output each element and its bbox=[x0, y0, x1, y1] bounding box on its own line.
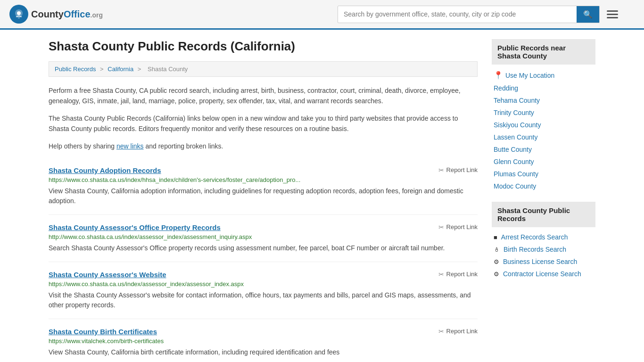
sidebar-item-trinity[interactable]: Trinity County bbox=[492, 107, 595, 119]
breadcrumb-public-records[interactable]: Public Records bbox=[55, 66, 96, 73]
record-item-2: Shasta County Assessor's Website ✂ Repor… bbox=[49, 262, 478, 319]
business-icon: ⚙ bbox=[494, 258, 499, 265]
report-icon-1: ✂ bbox=[438, 223, 444, 231]
record-header-0: Shasta County Adoption Records ✂ Report … bbox=[49, 166, 478, 174]
hamburger-menu-button[interactable] bbox=[604, 8, 620, 21]
breadcrumb-sep-1: > bbox=[100, 66, 105, 73]
report-link-label-0: Report Link bbox=[446, 166, 478, 173]
sidebar-record-business[interactable]: ⚙ Business License Search bbox=[492, 255, 595, 268]
use-location-item[interactable]: 📍 Use My Location bbox=[492, 68, 595, 82]
report-icon-2: ✂ bbox=[438, 271, 444, 278]
content-area: Shasta County Public Records (California… bbox=[49, 39, 478, 362]
sidebar-record-contractor[interactable]: ⚙ Contractor License Search bbox=[492, 268, 595, 280]
description-1: Perform a free Shasta County, CA public … bbox=[49, 85, 478, 107]
contractor-icon: ⚙ bbox=[494, 271, 499, 278]
record-url-2[interactable]: https://www.co.shasta.ca.us/index/assess… bbox=[49, 280, 478, 288]
nearby-section: Public Records near Shasta County 📍 Use … bbox=[492, 39, 595, 192]
arrest-icon: ■ bbox=[494, 234, 497, 241]
logo-text: CountyOffice.org bbox=[31, 9, 103, 20]
record-item-3: Shasta County Birth Certificates ✂ Repor… bbox=[49, 319, 478, 362]
sidebar-item-link-redding[interactable]: Redding bbox=[494, 84, 518, 92]
sidebar-item-link-trinity[interactable]: Trinity County bbox=[494, 109, 534, 116]
description-2: The Shasta County Public Records (Califo… bbox=[49, 113, 478, 134]
sidebar-item-redding[interactable]: Redding bbox=[492, 82, 595, 94]
sidebar-item-link-tehama[interactable]: Tehama County bbox=[494, 97, 540, 104]
description-3-prefix: Help others by sharing bbox=[49, 142, 116, 150]
birth-records-link[interactable]: Birth Records Search bbox=[504, 246, 566, 253]
page-title: Shasta County Public Records (California… bbox=[49, 39, 478, 54]
sidebar-item-lassen[interactable]: Lassen County bbox=[492, 131, 595, 143]
records-section: Shasta County Public Records ■ Arrest Re… bbox=[492, 202, 595, 280]
search-area: 🔍 bbox=[338, 6, 620, 23]
record-title-0[interactable]: Shasta County Adoption Records bbox=[49, 166, 161, 174]
record-title-2[interactable]: Shasta County Assessor's Website bbox=[49, 271, 166, 279]
record-url-0[interactable]: https://www.co.shasta.ca.us/index/hhsa_i… bbox=[49, 176, 478, 183]
search-icon: 🔍 bbox=[583, 10, 593, 18]
record-header-1: Shasta County Assessor's Office Property… bbox=[49, 223, 478, 231]
record-desc-0: View Shasta County, California adoption … bbox=[49, 186, 478, 206]
report-link-label-3: Report Link bbox=[446, 328, 478, 335]
record-desc-3: View Shasta County, California birth cer… bbox=[49, 347, 478, 357]
breadcrumb-california[interactable]: California bbox=[107, 66, 133, 73]
report-link-label-1: Report Link bbox=[446, 223, 478, 230]
breadcrumb-current: Shasta County bbox=[148, 66, 188, 73]
report-link-1[interactable]: ✂ Report Link bbox=[438, 223, 478, 231]
sidebar-item-butte[interactable]: Butte County bbox=[492, 143, 595, 156]
search-input[interactable] bbox=[338, 7, 577, 22]
svg-point-1 bbox=[17, 11, 21, 15]
sidebar-item-link-lassen[interactable]: Lassen County bbox=[494, 133, 537, 141]
record-item-0: Shasta County Adoption Records ✂ Report … bbox=[49, 158, 478, 215]
record-item-1: Shasta County Assessor's Office Property… bbox=[49, 215, 478, 262]
record-url-3[interactable]: https://www.vitalchek.com/birth-certific… bbox=[49, 337, 478, 345]
report-icon-3: ✂ bbox=[438, 328, 444, 335]
nearby-section-header: Public Records near Shasta County bbox=[492, 39, 595, 65]
arrest-records-link[interactable]: Arrest Records Search bbox=[501, 233, 568, 241]
report-link-2[interactable]: ✂ Report Link bbox=[438, 271, 478, 278]
sidebar-item-link-butte[interactable]: Butte County bbox=[494, 146, 532, 153]
menu-line bbox=[607, 17, 618, 18]
search-box: 🔍 bbox=[338, 6, 600, 23]
sidebar-item-plumas[interactable]: Plumas County bbox=[492, 168, 595, 180]
sidebar-item-siskiyou[interactable]: Siskiyou County bbox=[492, 119, 595, 131]
report-link-3[interactable]: ✂ Report Link bbox=[438, 328, 478, 335]
new-links-link[interactable]: new links bbox=[116, 142, 144, 150]
sidebar-item-link-modoc[interactable]: Modoc County bbox=[494, 182, 536, 190]
record-desc-1: Search Shasta County Assessor's Office p… bbox=[49, 243, 478, 253]
record-title-3[interactable]: Shasta County Birth Certificates bbox=[49, 328, 157, 336]
sidebar-item-tehama[interactable]: Tehama County bbox=[492, 94, 595, 107]
contractor-license-link[interactable]: Contractor License Search bbox=[503, 270, 581, 278]
report-icon-0: ✂ bbox=[438, 166, 444, 174]
sidebar-item-modoc[interactable]: Modoc County bbox=[492, 180, 595, 192]
menu-line bbox=[607, 10, 618, 12]
use-location-link[interactable]: Use My Location bbox=[505, 72, 554, 79]
report-link-0[interactable]: ✂ Report Link bbox=[438, 166, 478, 174]
main-container: Shasta County Public Records (California… bbox=[39, 30, 605, 362]
menu-line bbox=[607, 14, 618, 15]
records-section-header: Shasta County Public Records bbox=[492, 202, 595, 227]
description-3-suffix: and reporting broken links. bbox=[144, 142, 223, 150]
search-button[interactable]: 🔍 bbox=[577, 6, 599, 23]
breadcrumb-sep-2: > bbox=[138, 66, 143, 73]
logo-icon bbox=[9, 5, 28, 24]
sidebar-item-glenn[interactable]: Glenn County bbox=[492, 156, 595, 168]
sidebar-record-arrest[interactable]: ■ Arrest Records Search bbox=[492, 231, 595, 243]
record-title-1[interactable]: Shasta County Assessor's Office Property… bbox=[49, 223, 221, 231]
sidebar-item-link-plumas[interactable]: Plumas County bbox=[494, 170, 538, 178]
sidebar: Public Records near Shasta County 📍 Use … bbox=[492, 39, 595, 362]
record-desc-2: Visit the Shasta County Assessor's websi… bbox=[49, 290, 478, 310]
logo-area: CountyOffice.org bbox=[9, 5, 103, 24]
birth-icon: 🕯 bbox=[494, 246, 500, 253]
sidebar-item-link-glenn[interactable]: Glenn County bbox=[494, 158, 534, 165]
business-license-link[interactable]: Business License Search bbox=[503, 258, 577, 265]
description-3: Help others by sharing new links and rep… bbox=[49, 141, 478, 151]
report-link-label-2: Report Link bbox=[446, 271, 478, 278]
location-pin-icon: 📍 bbox=[494, 71, 503, 80]
breadcrumb: Public Records > California > Shasta Cou… bbox=[49, 61, 478, 77]
record-header-2: Shasta County Assessor's Website ✂ Repor… bbox=[49, 271, 478, 279]
header: CountyOffice.org 🔍 bbox=[0, 0, 644, 30]
record-url-1[interactable]: http://www.co.shasta.ca.us/index/assesso… bbox=[49, 233, 478, 240]
record-header-3: Shasta County Birth Certificates ✂ Repor… bbox=[49, 328, 478, 336]
sidebar-record-birth[interactable]: 🕯 Birth Records Search bbox=[492, 243, 595, 255]
sidebar-item-link-siskiyou[interactable]: Siskiyou County bbox=[494, 121, 541, 129]
